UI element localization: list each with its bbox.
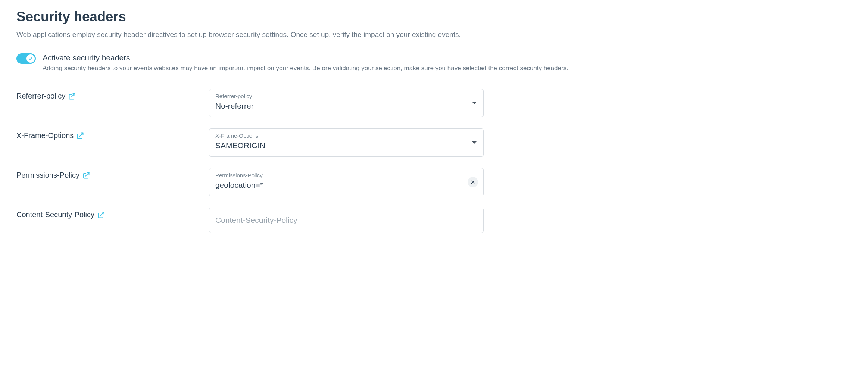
toggle-text: Activate security headers Adding securit… <box>43 53 852 73</box>
label-col-csp: Content-Security-Policy <box>16 208 209 219</box>
page-description: Web applications employ security header … <box>16 30 852 40</box>
external-link-icon[interactable] <box>82 172 90 179</box>
row-content-security-policy: Content-Security-Policy <box>16 208 852 233</box>
floating-label-permissions: Permissions-Policy <box>215 172 477 178</box>
chevron-down-icon <box>472 141 477 144</box>
svg-line-1 <box>80 133 83 136</box>
label-col-referrer: Referrer-policy <box>16 89 209 100</box>
clear-button[interactable] <box>468 177 478 187</box>
select-value-xframe: SAMEORIGIN <box>215 140 477 150</box>
row-referrer-policy: Referrer-policy Referrer-policy No-refer… <box>16 89 852 117</box>
external-link-icon[interactable] <box>97 211 105 219</box>
floating-label-referrer: Referrer-policy <box>215 93 477 99</box>
svg-line-0 <box>71 93 75 97</box>
input-content-security-policy[interactable] <box>215 216 477 225</box>
svg-line-5 <box>100 212 104 215</box>
chevron-down-icon <box>472 102 477 104</box>
label-x-frame-options: X-Frame-Options <box>16 131 74 140</box>
activate-toggle-section: Activate security headers Adding securit… <box>16 53 852 73</box>
external-link-icon[interactable] <box>77 132 84 140</box>
label-col-permissions: Permissions-Policy <box>16 168 209 180</box>
page-title: Security headers <box>16 9 852 25</box>
activate-toggle[interactable] <box>16 53 36 64</box>
row-x-frame-options: X-Frame-Options X-Frame-Options SAMEORIG… <box>16 128 852 157</box>
close-icon <box>470 180 475 185</box>
input-wrap-permissions-policy: Permissions-Policy <box>209 168 484 196</box>
control-col-xframe: X-Frame-Options SAMEORIGIN <box>209 128 484 157</box>
control-col-referrer: Referrer-policy No-referrer <box>209 89 484 117</box>
toggle-subtitle: Adding security headers to your events w… <box>43 64 852 73</box>
select-referrer-policy[interactable]: Referrer-policy No-referrer <box>209 89 484 117</box>
select-x-frame-options[interactable]: X-Frame-Options SAMEORIGIN <box>209 128 484 157</box>
control-col-csp <box>209 208 484 233</box>
label-col-xframe: X-Frame-Options <box>16 128 209 140</box>
input-permissions-policy[interactable] <box>215 180 477 190</box>
label-content-security-policy: Content-Security-Policy <box>16 211 94 219</box>
label-permissions-policy: Permissions-Policy <box>16 171 79 180</box>
select-value-referrer: No-referrer <box>215 101 477 111</box>
check-icon <box>28 56 33 61</box>
row-permissions-policy: Permissions-Policy Permissions-Policy <box>16 168 852 196</box>
toggle-knob <box>26 54 35 63</box>
floating-label-xframe: X-Frame-Options <box>215 132 477 139</box>
input-wrap-csp <box>209 208 484 233</box>
toggle-title: Activate security headers <box>43 53 852 62</box>
external-link-icon[interactable] <box>68 93 76 100</box>
control-col-permissions: Permissions-Policy <box>209 168 484 196</box>
svg-line-2 <box>85 172 89 176</box>
label-referrer-policy: Referrer-policy <box>16 92 65 100</box>
